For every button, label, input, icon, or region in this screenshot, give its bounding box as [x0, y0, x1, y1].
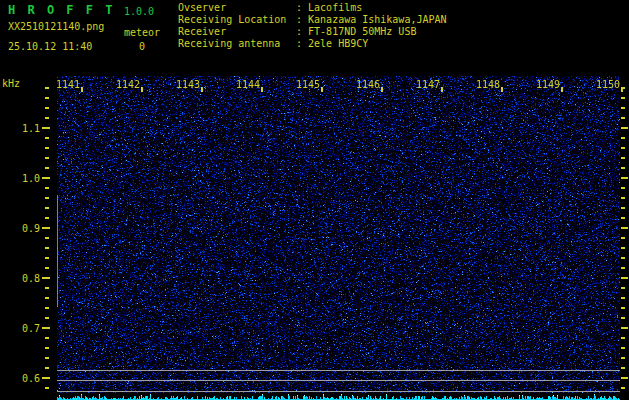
signal-level-trace [57, 393, 620, 400]
y-minor-tick-right [621, 287, 625, 289]
y-major-tick-left [42, 177, 50, 179]
x-tick-label: 1148 [476, 79, 500, 90]
timestamp: 25.10.12 11:40 [8, 41, 92, 52]
y-minor-tick-right [621, 237, 625, 239]
x-tick-label: 1150 [596, 79, 620, 90]
info-separator: : [296, 14, 308, 25]
x-tick-mark [261, 87, 263, 92]
x-tick-mark [381, 87, 383, 92]
info-value: FT-817ND 50MHz USB [308, 26, 416, 37]
x-tick-mark [81, 87, 83, 92]
x-tick-label: 1143 [176, 79, 200, 90]
y-minor-tick-left [45, 247, 49, 249]
y-major-tick-left [42, 377, 50, 379]
info-value: Lacofilms [308, 2, 362, 13]
y-minor-tick-left [45, 257, 49, 259]
y-minor-tick-right [621, 137, 625, 139]
y-minor-tick-left [45, 367, 49, 369]
x-tick-label: 1145 [296, 79, 320, 90]
y-minor-tick-right [621, 197, 625, 199]
y-minor-tick-left [45, 147, 49, 149]
info-value: Kanazawa Ishikawa,JAPAN [308, 14, 446, 25]
info-label: Receiver [178, 26, 296, 38]
y-minor-tick-right [621, 167, 625, 169]
app-version: 1.0.0 [124, 6, 154, 17]
y-minor-tick-right [621, 317, 625, 319]
y-minor-tick-right [621, 347, 625, 349]
info-separator: : [296, 38, 308, 49]
info-value: 2ele HB9CY [308, 38, 368, 49]
x-tick-mark [201, 87, 203, 92]
y-minor-tick-right [621, 117, 625, 119]
y-minor-tick-left [45, 187, 49, 189]
y-minor-tick-right [621, 257, 625, 259]
station-info-block: Ovserver: Lacofilms Receiving Location: … [178, 2, 447, 50]
y-minor-tick-right [621, 357, 625, 359]
x-tick-label: 1147 [416, 79, 440, 90]
x-tick-mark [561, 87, 563, 92]
y-minor-tick-left [45, 217, 49, 219]
y-major-tick-right [621, 227, 628, 229]
y-minor-tick-right [621, 247, 625, 249]
meteor-count: 0 [139, 41, 145, 52]
y-minor-tick-right [621, 207, 625, 209]
y-major-tick-right [621, 177, 628, 179]
info-row-observer: Ovserver: Lacofilms [178, 2, 447, 14]
y-minor-tick-right [621, 107, 625, 109]
y-minor-tick-right [621, 157, 625, 159]
info-separator: : [296, 2, 308, 13]
edge-echo-trace [57, 195, 58, 307]
y-minor-tick-left [45, 137, 49, 139]
x-tick-label: 1149 [536, 79, 560, 90]
info-row-receiver: Receiver: FT-817ND 50MHz USB [178, 26, 447, 38]
carrier-line [57, 391, 620, 392]
y-minor-tick-right [621, 307, 625, 309]
y-major-tick-right [621, 327, 628, 329]
y-tick-label: 0.7 [0, 323, 40, 334]
info-row-antenna: Receiving antenna: 2ele HB9CY [178, 38, 447, 50]
x-tick-label: 1141 [56, 79, 80, 90]
y-tick-label: 0.6 [0, 373, 40, 384]
info-label: Ovserver [178, 2, 296, 14]
y-minor-tick-left [45, 387, 49, 389]
output-filename: XX2510121140.png [8, 21, 104, 32]
y-minor-tick-right [621, 217, 625, 219]
spectrogram-plot [57, 76, 620, 393]
x-tick-mark [141, 87, 143, 92]
y-minor-tick-left [45, 357, 49, 359]
carrier-line [57, 370, 620, 371]
y-tick-label: 1.1 [0, 123, 40, 134]
y-minor-tick-left [45, 307, 49, 309]
y-major-tick-left [42, 127, 50, 129]
info-separator: : [296, 26, 308, 37]
y-minor-tick-right [621, 147, 625, 149]
y-minor-tick-left [45, 87, 49, 89]
y-major-tick-right [621, 127, 628, 129]
y-minor-tick-right [621, 337, 625, 339]
y-minor-tick-left [45, 157, 49, 159]
info-label: Receiving Location [178, 14, 296, 26]
y-minor-tick-left [45, 237, 49, 239]
info-row-location: Receiving Location: Kanazawa Ishikawa,JA… [178, 14, 447, 26]
hrofft-app-window: { "header": { "title": "H R O F F T", "v… [0, 0, 629, 400]
y-minor-tick-left [45, 167, 49, 169]
y-minor-tick-left [45, 267, 49, 269]
x-tick-label: 1146 [356, 79, 380, 90]
y-major-tick-left [42, 227, 50, 229]
y-minor-tick-left [45, 117, 49, 119]
x-tick-label: 1142 [116, 79, 140, 90]
y-minor-tick-right [621, 387, 625, 389]
y-major-tick-right [621, 277, 628, 279]
y-minor-tick-left [45, 197, 49, 199]
carrier-line [57, 380, 620, 381]
y-minor-tick-right [621, 297, 625, 299]
x-tick-mark [501, 87, 503, 92]
y-axis-unit-label: kHz [2, 78, 20, 89]
y-minor-tick-left [45, 337, 49, 339]
y-minor-tick-right [621, 367, 625, 369]
y-tick-label: 0.8 [0, 273, 40, 284]
y-minor-tick-left [45, 297, 49, 299]
x-tick-mark [321, 87, 323, 92]
mode-label: meteor [124, 27, 160, 38]
y-major-tick-right [621, 377, 628, 379]
